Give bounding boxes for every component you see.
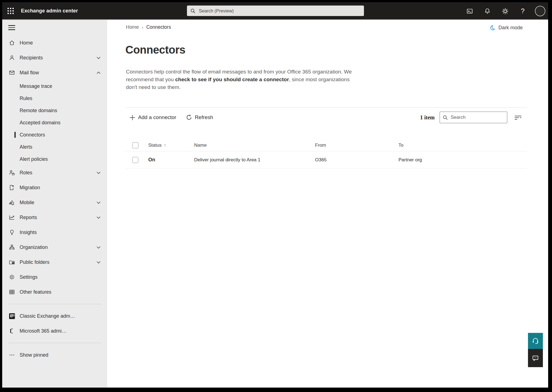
sidebar-item-home[interactable]: Home [2,35,107,50]
sidebar-item-connectors[interactable]: Connectors [2,129,107,141]
office-logo-icon [9,328,15,334]
moon-icon [490,25,495,31]
envelope-icon [9,70,15,76]
list-search-box[interactable] [440,112,507,123]
exchange-admin-center-window: Exchange admin center ? [2,2,548,388]
refresh-icon [186,115,192,120]
bell-icon [484,8,491,14]
page-title: Connectors [125,44,185,56]
sort-ascending-icon: ↑ [164,143,166,148]
sidebar-divider [8,304,102,304]
headset-icon [532,337,539,344]
sidebar-item-mobile[interactable]: Mobile [2,195,107,210]
account-avatar[interactable] [535,6,545,16]
breadcrumb-home-link[interactable]: Home [126,24,139,30]
table-header-row: Status ↑ Name From To [126,139,527,151]
document-arrow-icon [9,185,15,191]
filter-icon [514,115,522,120]
app-launcher-button[interactable] [4,2,17,20]
chevron-down-icon [97,246,101,249]
exchange-logo-icon: E [9,313,15,319]
refresh-button[interactable]: Refresh [186,114,213,120]
sidebar-item-organization[interactable]: Organization [2,240,107,255]
sidebar-item-other-features[interactable]: Other features [2,285,107,299]
sidebar-item-alert-policies[interactable]: Alert policies [2,153,107,165]
row-status: On [148,157,155,163]
powershell-button[interactable] [464,5,475,17]
app-title: Exchange admin center [21,8,78,14]
filter-button[interactable] [514,115,522,120]
floating-action-buttons [528,333,543,367]
sidebar-item-classic-exchange-admin[interactable]: E Classic Exchange adm… [2,309,107,323]
home-icon [9,40,15,46]
column-header-name[interactable]: Name [194,143,207,148]
sidebar-item-show-pinned[interactable]: Show pinned [2,348,107,362]
row-to: Partner org [398,157,422,163]
breadcrumb-current: Connectors [146,24,171,30]
list-search-input[interactable] [451,115,504,120]
search-icon [443,115,448,120]
sidebar-item-rules[interactable]: Rules [2,92,107,104]
bars-phone-icon [9,199,15,206]
item-count: 1 item [420,114,435,121]
org-chart-icon [9,244,15,250]
table-row[interactable]: On Deliver journal directly to Area 1 O3… [126,151,527,169]
chevron-up-icon [97,72,101,74]
add-connector-button[interactable]: Add a connector [130,114,176,120]
person-briefcase-icon [9,170,15,176]
sidebar-item-alerts[interactable]: Alerts [2,141,107,153]
dark-mode-label: Dark mode [498,25,523,31]
global-search-input[interactable] [199,8,361,14]
topbar-actions: ? [464,2,545,20]
sidebar-item-accepted-domains[interactable]: Accepted domains [2,117,107,129]
global-search-box[interactable] [187,6,364,16]
column-header-from[interactable]: From [315,143,326,148]
chevron-down-icon [97,172,101,174]
sidebar-item-roles[interactable]: Roles [2,165,107,180]
breadcrumb-separator: › [142,25,143,30]
create-connector-check-link[interactable]: check to see if you should create a conn… [175,77,289,82]
toolbar-divider [126,107,527,108]
terminal-icon [466,8,473,14]
sidebar-item-public-folders[interactable]: Public folders [2,255,107,270]
list-toolbar: Add a connector Refresh 1 item [126,111,522,124]
question-mark-icon: ? [521,7,524,15]
line-chart-icon [9,214,15,220]
column-header-status[interactable]: Status ↑ [148,143,166,148]
sidebar-item-message-trace[interactable]: Message trace [2,80,107,92]
sidebar-item-settings[interactable]: Settings [2,270,107,285]
sidebar-item-recipients[interactable]: Recipients [2,50,107,65]
select-all-checkbox[interactable] [132,142,138,148]
row-from: O365 [315,157,327,163]
sidebar-item-insights[interactable]: Insights [2,225,107,240]
support-button[interactable] [528,333,543,349]
ellipsis-icon [9,352,15,358]
hamburger-icon [8,24,15,31]
sidebar-item-remote-domains[interactable]: Remote domains [2,104,107,117]
feedback-button[interactable] [528,349,543,367]
chevron-down-icon [97,57,101,59]
waffle-icon [7,8,14,14]
row-checkbox[interactable] [132,157,138,163]
sidebar-item-mail-flow[interactable]: Mail flow [2,65,107,80]
sidebar-item-migration[interactable]: Migration [2,180,107,195]
column-header-to[interactable]: To [398,143,403,148]
top-app-bar: Exchange admin center ? [2,2,548,20]
sidebar-item-microsoft-365-admin[interactable]: Microsoft 365 admi… [2,323,107,338]
lightbulb-icon [9,229,15,235]
chevron-down-icon [97,261,101,264]
sidebar-item-reports[interactable]: Reports [2,210,107,225]
breadcrumb: Home › Connectors [126,24,171,30]
left-navigation: Home Recipients Mail flow Message trace … [2,20,107,388]
settings-button[interactable] [500,5,511,17]
person-icon [9,55,15,61]
row-name: Deliver journal directly to Area 1 [194,157,260,163]
collapse-nav-button[interactable] [2,20,107,35]
notifications-button[interactable] [482,5,493,17]
gear-icon [502,8,509,15]
help-button[interactable]: ? [517,5,528,17]
folder-globe-icon [9,259,15,265]
dark-mode-toggle[interactable]: Dark mode [490,25,523,31]
sidebar-divider [8,343,102,343]
search-icon [190,8,196,14]
